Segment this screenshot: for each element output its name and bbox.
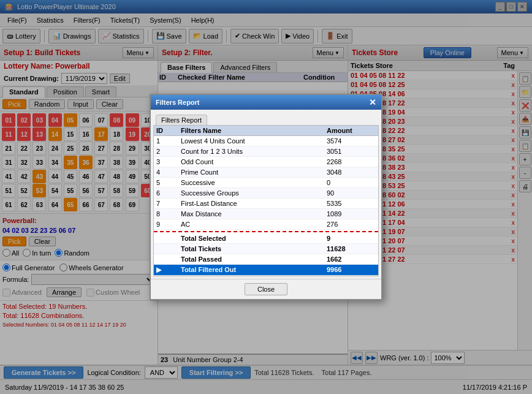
modal-rows: 1Lowest 4 Units Count35742Count for 1 2 …: [154, 136, 378, 230]
modal-data-row: 8Max Distance1089: [154, 209, 378, 219]
modal-data-row: 4Prime Count3048: [154, 167, 378, 178]
modal-data-row: 5Successive0: [154, 178, 378, 188]
modal-summary-row: Total Tickets11628: [154, 244, 378, 254]
modal-data-row: 2Count for 1 2 3 Units3051: [154, 146, 378, 157]
modal-body: Filters Report ID Filters Name Amount 1L…: [151, 110, 381, 279]
modal-footer: Close: [151, 279, 381, 299]
filters-report-modal: Filters Report ✕ Filters Report ID Filte…: [150, 94, 382, 300]
modal-title-bar: Filters Report ✕: [151, 95, 381, 110]
modal-tab[interactable]: Filters Report: [156, 115, 207, 125]
modal-summary-row: Total Passed1662: [154, 254, 378, 265]
modal-summary-row: ▶Total Filtered Out9966: [154, 265, 378, 276]
modal-data-row: 9AC276: [154, 219, 378, 230]
modal-close-btn[interactable]: ✕: [369, 97, 376, 107]
modal-table-header: ID Filters Name Amount: [154, 126, 378, 136]
modal-summary-row: Total Selected9: [154, 233, 378, 244]
modal-data-row: 7First-Last Distance5335: [154, 199, 378, 209]
modal-content: ID Filters Name Amount 1Lowest 4 Units C…: [153, 125, 379, 276]
modal-data-row: 1Lowest 4 Units Count3574: [154, 136, 378, 146]
modal-title-text: Filters Report: [156, 99, 200, 106]
modal-summary: Total Selected9Total Tickets11628Total P…: [154, 233, 378, 276]
modal-close-button[interactable]: Close: [245, 283, 287, 295]
modal-overlay: Filters Report ✕ Filters Report ID Filte…: [0, 0, 532, 394]
modal-data-row: 6Successive Groups90: [154, 188, 378, 199]
modal-data-row: 3Odd Count2268: [154, 157, 378, 167]
